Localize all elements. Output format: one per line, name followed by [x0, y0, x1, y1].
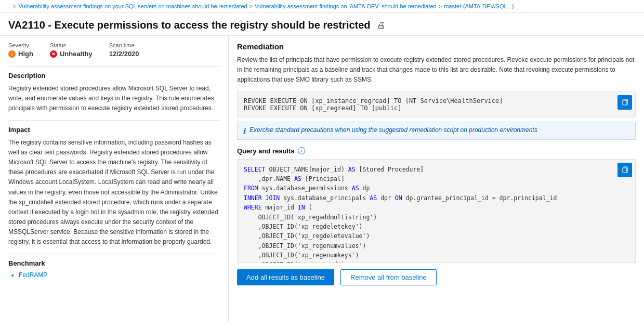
status-item: Status ✕ Unhealthy — [50, 42, 93, 58]
query-line-4: INNER JOIN sys.database_principals AS dp… — [244, 193, 629, 203]
query-code-block[interactable]: SELECT OBJECT_NAME(major_id) AS [Stored … — [237, 159, 636, 263]
query-line-6: OBJECT_ID('xp_regaddmultistring') — [244, 213, 629, 222]
breadcrumb-separator-1: > — [13, 3, 16, 9]
scan-time-label: Scan time — [109, 42, 139, 48]
query-line-5: WHERE major_id IN ( — [244, 203, 629, 212]
description-text: Registry extended stored procedures allo… — [8, 84, 220, 114]
impact-title: Impact — [8, 126, 220, 134]
status-text: Unhealthy — [60, 50, 93, 58]
remediation-title: Remediation — [237, 42, 636, 51]
remediation-text: Review the list of principals that have … — [237, 55, 636, 85]
benchmark-item-fedramp[interactable]: FedRAMP — [19, 271, 220, 279]
query-section-title: Query and results i — [237, 147, 636, 155]
benchmark-list: FedRAMP — [8, 271, 220, 279]
severity-text: High — [18, 50, 33, 58]
print-icon[interactable]: 🖨 — [377, 21, 385, 30]
svg-rect-1 — [623, 168, 627, 173]
remediation-code-block: REVOKE EXECUTE ON [xp_instance_regread] … — [237, 91, 636, 117]
query-line-2: ,dpr.NAME AS [Principal] — [244, 174, 629, 183]
severity-item: Severity ! High — [8, 42, 33, 58]
code-line-1: REVOKE EXECUTE ON [xp_instance_regread] … — [244, 97, 612, 104]
status-row: Severity ! High Status ✕ Unhealthy Scan … — [8, 42, 220, 58]
description-title: Description — [8, 72, 220, 80]
status-label: Status — [50, 42, 93, 48]
breadcrumb: ... > Vulnerability assessment findings … — [0, 0, 644, 13]
severity-label: Severity — [8, 42, 33, 48]
copy-remediation-button[interactable] — [617, 95, 632, 110]
breadcrumb-link-2[interactable]: Vulnerability assessment findings on 'AM… — [255, 3, 437, 9]
breadcrumb-link-1[interactable]: Vulnerability assessment findings on you… — [19, 3, 247, 9]
query-line-3: FROM sys.database_permissions AS dp — [244, 183, 629, 193]
divider-1 — [8, 66, 220, 67]
breadcrumb-link-3[interactable]: master (AMTA-DEV/SQL...) — [444, 3, 514, 9]
info-banner-text: Exercise standard precautions when using… — [249, 126, 537, 134]
query-info-icon[interactable]: i — [298, 147, 305, 154]
breadcrumb-ellipsis[interactable]: ... — [6, 3, 11, 9]
scan-time-item: Scan time 12/2/2020 — [109, 42, 139, 58]
query-line-10: ,OBJECT_ID('xp_regenumkeys') — [244, 251, 629, 260]
divider-2 — [8, 120, 220, 121]
breadcrumb-separator-2: > — [249, 3, 253, 9]
copy-query-button[interactable] — [617, 163, 632, 177]
page-title-row: VA2110 - Execute permissions to access t… — [0, 13, 644, 36]
severity-icon: ! — [8, 50, 16, 58]
query-line-7: ,OBJECT_ID('xp_regdeletekey') — [244, 222, 629, 231]
status-value: ✕ Unhealthy — [50, 50, 93, 58]
left-panel: Severity ! High Status ✕ Unhealthy Scan … — [0, 36, 229, 322]
query-title-text: Query and results — [237, 147, 295, 155]
page-title: VA2110 - Execute permissions to access t… — [8, 19, 371, 31]
action-buttons: Add all results as baseline Remove all f… — [237, 269, 636, 285]
main-layout: Severity ! High Status ✕ Unhealthy Scan … — [0, 36, 644, 322]
info-banner-icon: ℹ — [243, 127, 245, 135]
query-line-1: SELECT OBJECT_NAME(major_id) AS [Stored … — [244, 165, 629, 174]
query-line-11: ,OBJECT_ID('xp_regread') — [244, 260, 629, 263]
query-line-8: ,OBJECT_ID('xp_regdeletevalue') — [244, 231, 629, 241]
right-panel: Remediation Review the list of principal… — [229, 36, 644, 322]
status-icon: ✕ — [50, 50, 57, 58]
info-banner: ℹ Exercise standard precautions when usi… — [237, 122, 636, 140]
severity-value: ! High — [8, 50, 33, 58]
benchmark-title: Benchmark — [8, 259, 220, 267]
query-line-9: ,OBJECT_ID('xp_regenumvalues') — [244, 241, 629, 251]
add-baseline-button[interactable]: Add all results as baseline — [237, 269, 334, 285]
scan-time-value: 12/2/2020 — [109, 50, 139, 58]
impact-text: The registry contains sensitive informat… — [8, 138, 220, 247]
code-line-2: REVOKE EXECUTE ON [xp_regread] TO [publi… — [244, 104, 612, 112]
breadcrumb-separator-3: > — [439, 3, 442, 9]
svg-rect-0 — [623, 100, 627, 105]
divider-3 — [8, 254, 220, 254]
remove-baseline-button[interactable]: Remove all from baseline — [340, 269, 437, 285]
